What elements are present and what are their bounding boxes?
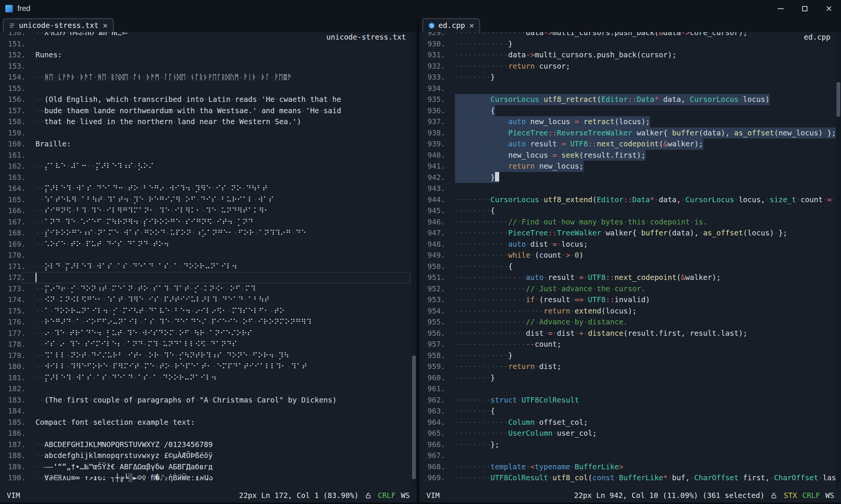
code-line[interactable]: 959.············return·dist;: [420, 361, 836, 372]
code-line[interactable]: 933.········}: [420, 72, 836, 83]
code-line[interactable]: 189.··–—‘“”„†•…‰™œŠŸž€·ΑΒΓΔΩαβγδω·АБВГДа…: [0, 461, 411, 473]
code-line[interactable]: 180.··⠺⠊⠇⠇·⠹⠻⠑⠋⠕⠗⠑·⠏⠻⠍⠊⠞·⠍⠑·⠞⠕·⠗⠑⠏⠑⠁⠞⠂·⠑…: [0, 361, 411, 372]
code-line[interactable]: 169.··⠡⠕⠎⠑·⠞⠕·⠏⠥⠞·⠙⠊⠎·⠙⠁⠝⠙·⠞⠕⠲: [0, 239, 411, 250]
code-line[interactable]: 160.Braille:: [0, 138, 411, 150]
code-line[interactable]: 939.············auto·result·=·UTF8::next…: [420, 138, 836, 150]
code-line[interactable]: 185.Compact·font·selection·example·text:: [0, 417, 411, 428]
left-scrollbar[interactable]: [411, 32, 417, 488]
code-line[interactable]: 163.: [0, 172, 411, 183]
code-line[interactable]: 176.··⠗⠑⠛⠜⠙·⠁·⠊⠕⠋⠋⠔⠤⠝⠁⠊⠇·⠁⠎·⠹⠑·⠙⠑⠁⠙⠑⠌·⠏⠊…: [0, 317, 411, 328]
code-line[interactable]: 936.········{: [420, 105, 836, 117]
maximize-button[interactable]: [793, 0, 817, 17]
code-line[interactable]: 966.········};: [420, 439, 836, 450]
tab-close-button[interactable]: ×: [469, 22, 474, 30]
scrollbar-thumb[interactable]: [836, 82, 840, 117]
code-line[interactable]: 158.··that·he·lived·in·the·northern·land…: [0, 116, 411, 128]
code-line[interactable]: 942.········}: [420, 172, 836, 183]
code-line[interactable]: 168.··⡎⠊⠗⠕⠕⠛⠑⠰⠎·⠝⠁⠍⠑·⠺⠁⠎·⠛⠕⠕⠙·⠥⠏⠕⠝·⠰⡡⠁⠝⠛…: [0, 227, 411, 239]
code-line[interactable]: 955.················//·Advance·by·distan…: [420, 317, 836, 328]
code-line[interactable]: 941.············return·new_locus;: [420, 161, 836, 172]
code-line[interactable]: 182.: [0, 383, 411, 395]
code-line[interactable]: 932.············return·cursor;: [420, 61, 836, 72]
code-line[interactable]: 969.········UTF8ColResult·utf8_col(const…: [420, 472, 836, 484]
code-line[interactable]: 152.Runes:: [0, 49, 411, 61]
code-line[interactable]: 172.: [0, 272, 411, 283]
code-line[interactable]: 174.··⠪⠝·⠅⠝⠪⠇⠫⠛⠑⠂·⠱⠁⠞·⠹⠻⠑·⠊⠎·⠏⠜⠞⠊⠊⠥⠇⠜⠇⠹·…: [0, 294, 411, 306]
code-line[interactable]: 968.········template·<typename·BufferLik…: [420, 461, 836, 473]
code-line[interactable]: 153.: [0, 61, 411, 72]
code-line[interactable]: 165.··⠱⠁⠞⠑⠧⠻·⠁⠃⠳⠞·⠹⠁⠞⠲·⡹⠑·⠗⠑⠛⠊⠌⠻·⠕⠋·⠙⠊⠎·…: [0, 194, 411, 206]
code-line[interactable]: 956.················dist·=·dist·+·distan…: [420, 328, 836, 339]
line-text: ··⠁⠝⠙·⠹⠑·⠡⠊⠑⠋·⠍⠳⠗⠝⠻⠲·⡎⠊⠗⠕⠕⠛⠑·⠎⠊⠛⠝⠫·⠊⠞⠲·⡁…: [35, 217, 253, 228]
code-line[interactable]: 934.: [420, 83, 836, 94]
code-line[interactable]: 957.················--count;: [420, 339, 836, 350]
code-line[interactable]: 170.: [0, 250, 411, 261]
code-line[interactable]: 965.············UserColumn·user_col;: [420, 428, 836, 439]
code-line[interactable]: 156.··(Old·English,·which·transcribed·in…: [0, 94, 411, 105]
code-line[interactable]: 967.: [420, 450, 836, 461]
code-line[interactable]: 935.········CursorLocus·utf8_retract(Edi…: [420, 94, 836, 105]
code-line[interactable]: 931.············data->multi_cursors.push…: [420, 49, 836, 61]
code-line[interactable]: 964.············Column·offset_col;: [420, 417, 836, 428]
tab-close-button[interactable]: ×: [103, 22, 108, 30]
code-line[interactable]: 157.··bude·thaem·lande·northweardum·with…: [0, 105, 411, 117]
code-line[interactable]: 186.: [0, 428, 411, 439]
code-line[interactable]: 947.············PieceTree::TreeWalker·wa…: [420, 227, 836, 239]
close-button[interactable]: ×: [817, 0, 841, 17]
code-line[interactable]: 161.: [0, 150, 411, 161]
code-line[interactable]: 946.············//·Find·out·how·many·byt…: [420, 217, 836, 228]
scrollbar-thumb[interactable]: [412, 356, 416, 479]
code-line[interactable]: 949.············while·(count·>·0): [420, 250, 836, 261]
code-line[interactable]: 175.··⠁·⠙⠕⠕⠗⠤⠝⠁⠊⠇⠲·⡊·⠍⠊⠣⠞·⠙⠁⠧⠑·⠃⠑⠲·⠔⠊⠇⠔⠫…: [0, 306, 411, 317]
code-line[interactable]: 938.············PieceTree::ReverseTreeWa…: [420, 128, 836, 139]
code-line[interactable]: 162.··⡌⠁⠧⠑·⠼⠁⠒··⡍⠜⠇⠑⠹⠰⠎·⡣⠕⠌: [0, 161, 411, 172]
code-line[interactable]: 944.········CursorLocus·utf8_extend(Edit…: [420, 194, 836, 206]
line-number: 947.: [426, 227, 445, 239]
code-line[interactable]: 951.················auto·result·=·UTF8::…: [420, 272, 836, 283]
code-line[interactable]: 178.··⠊⠎·⠔·⠹⠑·⠎⠊⠍⠊⠇⠑⠆·⠁⠝⠙·⠍⠹·⠥⠝⠙⠁⠇⠇⠪⠫·⠙⠁…: [0, 339, 411, 350]
pane-divider[interactable]: [417, 17, 420, 502]
line-number: 936.: [426, 105, 445, 117]
code-line[interactable]: 184.: [0, 406, 411, 417]
code-line[interactable]: 948.············auto·dist·=·locus;: [420, 239, 836, 250]
code-line[interactable]: 943.: [420, 183, 836, 194]
code-line[interactable]: 960.········}: [420, 372, 836, 384]
code-line[interactable]: 188.··abcdefghijklmnopqrstuvwxyz·£©µÀÆÖÞ…: [0, 450, 411, 461]
code-line[interactable]: 953.················if·(result·==·UTF8::…: [420, 294, 836, 306]
code-line[interactable]: 166.··⠎⠊⠛⠝⠫·⠃⠹·⠹⠑·⠊⠇⠻⠛⠹⠍⠁⠝⠂·⠹⠑·⠊⠇⠻⠅⠂·⠹⠑·…: [0, 205, 411, 217]
code-line[interactable]: 173.··⡍⠔⠙⠖·⡊·⠙⠕⠝⠰⠞·⠍⠑⠁⠝·⠞⠕·⠎⠁⠹·⠹⠁⠞·⡊·⠅⠝⠪…: [0, 283, 411, 295]
code-line[interactable]: 963.········{: [420, 406, 836, 417]
unlock-icon[interactable]: [770, 492, 778, 499]
code-line[interactable]: 952.················//·Just·advance·the·…: [420, 283, 836, 295]
code-line[interactable]: 167.··⠁⠝⠙·⠹⠑·⠡⠊⠑⠋·⠍⠳⠗⠝⠻⠲·⡎⠊⠗⠕⠕⠛⠑·⠎⠊⠛⠝⠫·⠊…: [0, 217, 411, 228]
code-line[interactable]: 958.············}: [420, 350, 836, 361]
code-line[interactable]: 962.········struct·UTF8ColResult: [420, 395, 836, 406]
left-editor[interactable]: 150.··እግርህን·በፍራሽህ·ልክ·ዘርጋ።151.152.Runes:1…: [0, 32, 417, 488]
code-line[interactable]: 154.··ᚻᛖ·ᚳᚹᚫᚦ·ᚦᚫᛏ·ᚻᛖ·ᛒᚢᛞᛖ·ᚩᚾ·ᚦᚫᛗ·ᛚᚪᚾᛞᛖ·ᚾ…: [0, 72, 411, 83]
line-number: 182.: [6, 383, 26, 395]
code-line[interactable]: 950.············{: [420, 261, 836, 272]
code-line[interactable]: 164.··⡍⠜⠇⠑⠹·⠺⠁⠎·⠙⠑⠁⠙⠒·⠞⠕·⠃⠑⠛⠔·⠺⠊⠹⠲·⡹⠻⠑·⠊…: [0, 183, 411, 194]
unlock-icon[interactable]: [365, 492, 372, 499]
code-line[interactable]: 159.: [0, 128, 411, 139]
code-line[interactable]: 155.: [0, 83, 411, 94]
right-scrollbar[interactable]: [836, 32, 841, 488]
minimize-button[interactable]: [769, 0, 793, 17]
code-line[interactable]: 961.: [420, 383, 836, 395]
code-line[interactable]: 940.············new_locus·=·seek(result.…: [420, 150, 836, 161]
code-line[interactable]: 929.················data->multi_cursors.…: [420, 32, 836, 38]
tab-ed-cpp[interactable]: ed.cpp ×: [423, 18, 480, 32]
code-line[interactable]: 171.··⡕⠇⠙·⡍⠜⠇⠑⠹·⠺⠁⠎·⠁⠎·⠙⠑⠁⠙·⠁⠎·⠁·⠙⠕⠕⠗⠤⠝⠁…: [0, 261, 411, 272]
code-line[interactable]: 937.············auto·new_locus·=·retract…: [420, 116, 836, 128]
tab-unicode-stress-txt[interactable]: unicode-stress.txt ×: [3, 18, 114, 32]
code-line[interactable]: 954.····················return·extend(lo…: [420, 306, 836, 317]
code-line[interactable]: 945.········{: [420, 205, 836, 217]
code-line[interactable]: 181.··⡍⠜⠇⠑⠹·⠺⠁⠎·⠁⠎·⠙⠑⠁⠙·⠁⠎·⠁·⠙⠕⠕⠗⠤⠝⠁⠊⠇⠲: [0, 372, 411, 384]
code-line[interactable]: 177.··⠔·⠹⠑·⠞⠗⠁⠙⠑⠲·⡃⠥⠞·⠹⠑·⠺⠊⠎⠙⠕⠍·⠕⠋·⠳⠗·⠁⠝…: [0, 328, 411, 339]
code-line[interactable]: 187.··ABCDEFGHIJKLMNOPQRSTUVWXYZ·/012345…: [0, 439, 411, 450]
code-line[interactable]: 179.··⠩⠁⠇⠇·⠝⠕⠞·⠙⠊⠌⠥⠗⠃·⠊⠞⠂·⠕⠗·⠹⠑·⡊⠳⠝⠞⠗⠹⠰⠎…: [0, 350, 411, 361]
code-line[interactable]: 183.··(The·first·couple·of·paragraphs·of…: [0, 395, 411, 406]
code-line[interactable]: 190.··∀∂∈ℝ∧∪≡∞·↑↗↨↻⇣·┐┼╔╘░►☺♀·ﬁ�⑀₂ἠḂӥẄɐː…: [0, 472, 411, 484]
code-line[interactable]: 930.············}: [420, 38, 836, 50]
right-editor[interactable]: 929.················data->multi_cursors.…: [420, 32, 841, 488]
